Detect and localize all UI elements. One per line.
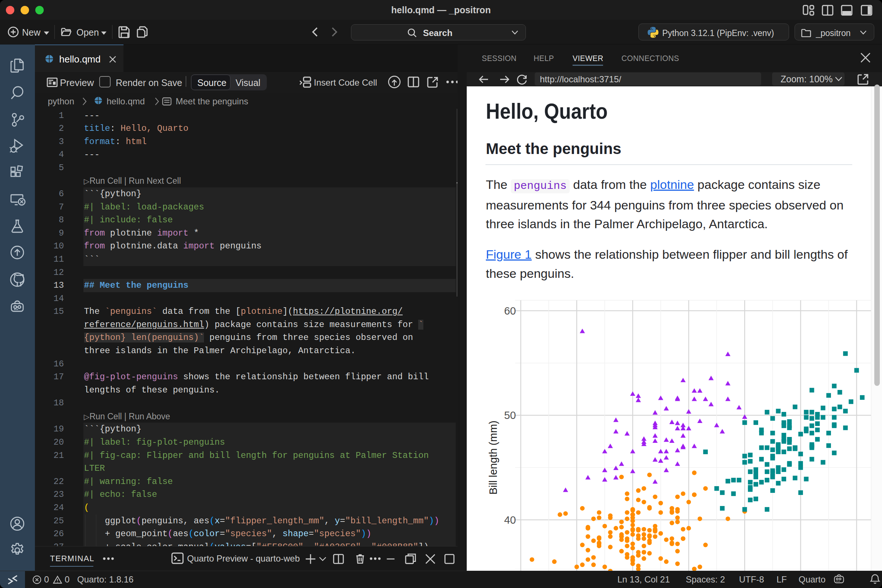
svg-text:60: 60	[504, 305, 516, 317]
svg-text:Bill length (mm): Bill length (mm)	[487, 420, 499, 494]
svg-text:50: 50	[504, 410, 516, 421]
svg-text:40: 40	[504, 514, 516, 526]
